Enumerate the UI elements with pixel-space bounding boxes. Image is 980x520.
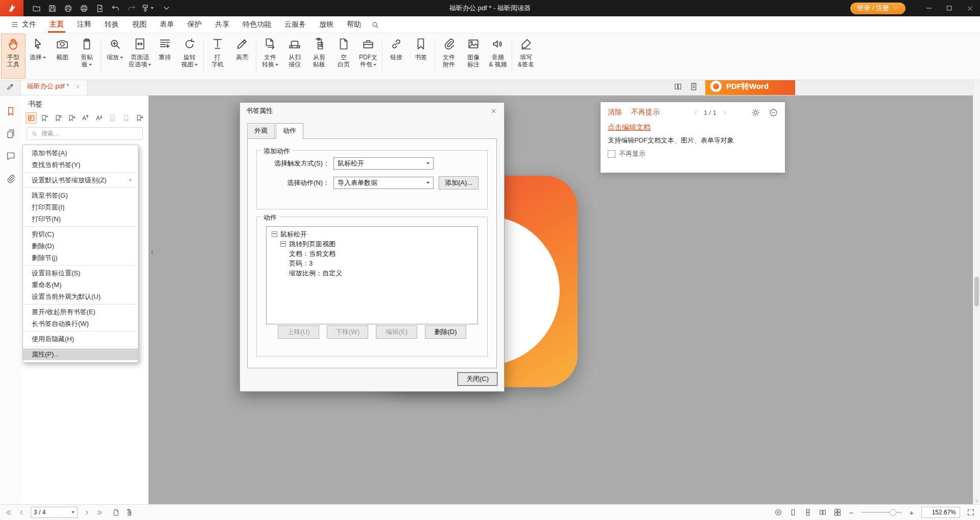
pdf-portfolio[interactable]: PDF文件包	[356, 34, 380, 79]
print-icon[interactable]	[60, 2, 76, 15]
tab-cloud[interactable]: 云服务	[278, 16, 313, 33]
tab-share[interactable]: 共享	[208, 16, 236, 33]
prev-tip-icon[interactable]	[692, 109, 699, 116]
image-annotation[interactable]: 图像标注	[461, 34, 486, 79]
rotate-view[interactable]: 旋转视图	[177, 34, 202, 79]
snapshot-tool[interactable]: 截图	[50, 34, 75, 79]
menu-hide-after-use[interactable]: 使用后隐藏(H)	[23, 333, 138, 345]
minimize-tip-icon[interactable]	[769, 108, 778, 117]
ink-signature-icon[interactable]	[139, 2, 155, 15]
sidebar-comments[interactable]	[6, 151, 16, 161]
fit-page-options[interactable]: 页面适应选项	[127, 34, 153, 79]
tab-help[interactable]: 帮助	[340, 16, 368, 33]
facing-continuous-view-icon[interactable]	[833, 508, 842, 516]
maximize-button[interactable]	[939, 0, 960, 16]
trigger-select[interactable]: 鼠标松开	[333, 157, 434, 170]
menu-cut[interactable]: 剪切(C)	[23, 228, 138, 240]
tab-convert[interactable]: 转换	[98, 16, 126, 33]
decrease-text-icon[interactable]	[93, 112, 105, 124]
menu-goto-bookmark[interactable]: 跳至书签(G)	[23, 190, 138, 201]
dialog-close-icon[interactable]	[483, 103, 504, 119]
sidebar-attachments[interactable]	[6, 174, 16, 184]
dialog-title-bar[interactable]: 书签属性	[240, 103, 504, 119]
next-tip-icon[interactable]	[721, 109, 728, 116]
add-action-button[interactable]: 添加(A)...	[439, 176, 479, 190]
zoom-out-button[interactable]: −	[848, 508, 854, 517]
tree-node[interactable]: 跳转到页面视图	[270, 239, 474, 249]
tab-close-icon[interactable]	[75, 84, 81, 89]
menu-rename[interactable]: 重命名(M)	[23, 279, 138, 291]
menu-wrap-long-bookmarks[interactable]: 长书签自动换行(W)	[23, 318, 138, 329]
from-scanner[interactable]: 从扫描仪	[282, 34, 307, 79]
action-select[interactable]: 导入表单数据	[333, 177, 434, 189]
menu-add-bookmark[interactable]: 添加书签(A)	[23, 147, 138, 159]
typewriter-tool[interactable]: 打字机	[205, 34, 230, 79]
export-icon[interactable]	[92, 2, 107, 15]
goto-bookmark-icon[interactable]	[66, 112, 78, 124]
collapse-toggle-icon[interactable]	[280, 241, 286, 247]
zoom-in-button[interactable]: +	[909, 508, 915, 517]
tab-features[interactable]: 特色功能	[236, 16, 278, 33]
tab-home[interactable]: 主页	[43, 16, 70, 33]
menu-print-page[interactable]: 打印页面(I)	[23, 201, 138, 213]
menu-find-current-bookmark[interactable]: 查找当前书签(Y)	[23, 159, 138, 171]
tab-comment[interactable]: 注释	[70, 16, 98, 33]
scroll-view-icon[interactable]	[689, 82, 698, 91]
single-page-view-icon[interactable]	[789, 508, 797, 516]
tab-view[interactable]: 视图	[126, 16, 153, 33]
print-page-icon[interactable]	[76, 2, 91, 15]
file-convert[interactable]: 文件转换	[258, 34, 282, 79]
facing-view-icon[interactable]	[819, 508, 827, 516]
zoom-level-input[interactable]: 152.67%	[921, 507, 960, 518]
continuous-view-icon[interactable]	[804, 508, 812, 516]
foxit-logo-icon[interactable]	[0, 0, 23, 16]
customize-quick-access-icon[interactable]	[162, 4, 171, 13]
menu-print-section[interactable]: 打印节(N)	[23, 213, 138, 225]
search-icon[interactable]	[371, 20, 379, 29]
tree-node[interactable]: 页码：3	[270, 258, 474, 268]
annotate-pencil-icon[interactable]	[0, 82, 20, 91]
dialog-tab-actions[interactable]: 动作	[276, 123, 303, 139]
vertical-scrollbar[interactable]	[973, 68, 980, 505]
actions-tree[interactable]: 鼠标松开跳转到页面视图文档：当前文档页码：3缩放比例：自定义	[266, 226, 478, 324]
zoom-slider[interactable]	[861, 512, 902, 513]
tab-file[interactable]: 文件	[4, 16, 43, 33]
page-number-input[interactable]: 3 / 4	[31, 507, 78, 518]
menu-set-destination[interactable]: 设置目标位置(S)	[23, 267, 138, 279]
snapshot-page-icon[interactable]	[112, 509, 120, 516]
bookmark-list-icon[interactable]	[26, 112, 37, 124]
redo-icon[interactable]	[124, 2, 139, 15]
fullscreen-icon[interactable]	[967, 508, 975, 516]
first-page-icon[interactable]	[5, 509, 13, 516]
hand-tool[interactable]: 手型工具	[1, 34, 26, 79]
zoom-tool[interactable]: 缩放	[103, 34, 127, 79]
next-bookmark-icon[interactable]	[121, 112, 132, 124]
collapse-panel-handle[interactable]	[149, 244, 156, 261]
undo-icon[interactable]	[108, 2, 123, 15]
save-icon[interactable]	[44, 2, 60, 15]
checkbox-icon[interactable]	[608, 150, 615, 158]
delete-bookmark-icon[interactable]	[53, 112, 64, 124]
menu-set-appearance-default[interactable]: 设置当前外观为默认(U)	[23, 291, 138, 302]
sidebar-bookmarks[interactable]	[6, 106, 16, 116]
dialog-tab-appearance[interactable]: 外观	[247, 123, 275, 138]
prev-bookmark-icon[interactable]	[107, 112, 118, 124]
pdf-to-word-banner[interactable]: PDF转Word	[705, 78, 795, 95]
gear-icon[interactable]	[751, 108, 760, 117]
link-tool[interactable]: 链接	[384, 34, 409, 79]
zoom-slider-thumb[interactable]	[890, 509, 896, 516]
collapse-toggle-icon[interactable]	[272, 231, 277, 237]
tree-node[interactable]: 文档：当前文档	[270, 249, 474, 258]
select-tool[interactable]: 选择	[26, 34, 50, 79]
dialog-close-button[interactable]: 关闭(C)	[458, 372, 497, 386]
bookmark-search-input[interactable]: 搜索...	[27, 127, 143, 140]
login-button[interactable]: 登录 / 注册	[850, 3, 905, 14]
delete-button[interactable]: 删除(D)	[425, 325, 466, 339]
reflow-tool[interactable]: 重排	[153, 34, 177, 79]
highlight-tool[interactable]: 高亮	[230, 34, 254, 79]
scrollbar-thumb[interactable]	[974, 277, 979, 306]
reading-mode-icon[interactable]	[774, 508, 782, 516]
menu-delete-section[interactable]: 删除节(j)	[23, 252, 138, 264]
clipboard-tool[interactable]: 剪贴板	[75, 34, 99, 79]
clear-button[interactable]: 清除	[608, 108, 622, 117]
